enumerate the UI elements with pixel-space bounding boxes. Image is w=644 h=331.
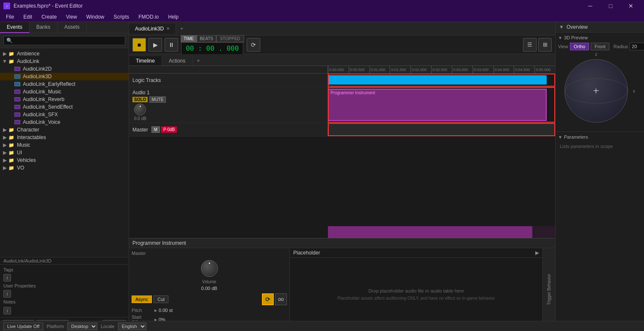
tree-item-character[interactable]: ▶ 📁 Character xyxy=(0,126,129,134)
ruler-tick-7: 0:03.500 xyxy=(473,66,489,74)
play-button[interactable]: ▶ xyxy=(149,38,162,52)
three-d-section: ▼ 3D Preview View Ortho Front Radius 🔒 x… xyxy=(556,33,644,132)
menu-fmodio[interactable]: FMOD.io xyxy=(134,13,163,21)
prog-pitch-play[interactable]: ▶ xyxy=(154,309,157,312)
menu-scripts[interactable]: Scripts xyxy=(110,13,134,21)
locale-label: Locale xyxy=(101,324,114,329)
tree-item-audiolink3d[interactable]: AudioLink3D xyxy=(0,73,129,80)
expand-sendeffect xyxy=(8,104,14,110)
grid-view-button[interactable]: ⊞ xyxy=(538,38,552,52)
prog-dots-btn[interactable]: oo xyxy=(275,293,287,305)
ruler: 0:00.000 0:00.500 0:01.000 0:01.500 0:02… xyxy=(328,66,555,74)
tree-item-ui[interactable]: ▶ 📁 UI xyxy=(0,149,129,156)
status-badge: STOPPED xyxy=(216,35,244,42)
ruler-tick-1: 0:00.500 xyxy=(349,66,365,74)
platform-dropdown[interactable]: Desktop xyxy=(67,323,97,330)
ruler-tick-5: 0:02.500 xyxy=(431,66,447,74)
tree-item-audiolink-sendeffect[interactable]: AudioLink_SendEffect xyxy=(0,103,129,111)
tab-events[interactable]: Events xyxy=(0,22,30,33)
menu-help[interactable]: Help xyxy=(164,13,183,21)
close-button[interactable]: ✕ xyxy=(621,0,641,12)
tab-add[interactable]: + xyxy=(193,56,204,66)
maximize-button[interactable]: □ xyxy=(601,0,620,12)
prog-loop-btn[interactable]: ⟳ xyxy=(262,293,274,305)
tab-assets[interactable]: Assets xyxy=(58,22,87,33)
editor-tab-close[interactable]: ✕ xyxy=(166,26,170,31)
prog-header-title: Programmer Instrument xyxy=(132,240,186,246)
prog-cut-btn[interactable]: Cut xyxy=(154,295,168,303)
programmer-instrument-block[interactable]: Programmer Instrument xyxy=(328,89,547,121)
tree-item-audiolink-reverb[interactable]: AudioLink_Reverb xyxy=(0,96,129,103)
tree-item-interactables[interactable]: ▶ 📁 Interactables xyxy=(0,134,129,141)
tree-item-ambience[interactable]: ▶ 📁 Ambience xyxy=(0,50,129,57)
menu-view[interactable]: View xyxy=(62,13,81,21)
menu-file[interactable]: File xyxy=(2,13,18,21)
event-icon-music xyxy=(14,89,21,95)
stop-button[interactable]: ■ xyxy=(132,38,146,52)
position-marker xyxy=(328,123,329,136)
prog-placeholder-area[interactable]: Drop placeholder audio file or audio tab… xyxy=(290,258,542,331)
audio1-mute-btn[interactable]: MUTE xyxy=(149,96,165,103)
tab-timeline[interactable]: Timeline xyxy=(129,56,162,66)
audio1-buttons: SOLO MUTE xyxy=(132,96,166,103)
prog-volume-knob[interactable] xyxy=(201,260,218,277)
view-front-btn[interactable]: Front xyxy=(591,43,609,50)
titlebar: ♪ Examples.fspro* - Event Editor ─ □ ✕ xyxy=(0,0,644,12)
search-input[interactable] xyxy=(3,36,125,45)
minimize-button[interactable]: ─ xyxy=(581,0,600,12)
main-layout: Events Banks Assets ▶ 📁 Ambience ▼ 📁 Aud… xyxy=(0,22,644,331)
timeline-section: Timeline Actions + 0:00.000 0:00.500 0:0… xyxy=(129,54,555,331)
radius-input[interactable] xyxy=(630,43,644,50)
tree-item-audiolink[interactable]: ▼ 📁 AudioLink xyxy=(0,57,129,65)
beats-label-btn[interactable]: BEATS xyxy=(197,35,216,42)
loop-button[interactable]: ⟳ xyxy=(247,38,260,52)
expand-character: ▶ xyxy=(2,127,8,133)
master-m-btn[interactable]: M xyxy=(151,126,160,133)
audio1-solo-btn[interactable]: SOLO xyxy=(132,97,148,102)
view-ortho-btn[interactable]: Ortho xyxy=(570,43,589,50)
master-p-btn[interactable]: P·0dB xyxy=(161,126,177,133)
tree-label-ambience: Ambience xyxy=(17,51,39,57)
params-triangle: ▼ xyxy=(558,135,562,140)
tree-item-vo[interactable]: ▶ 📁 VO xyxy=(0,164,129,172)
transport-bar: ■ ▶ ⏸ TIME BEATS STOPPED 00 : 00 . 000 ⟳… xyxy=(129,36,555,54)
pause-button[interactable]: ⏸ xyxy=(165,38,178,52)
live-update-btn[interactable]: Live Update Off xyxy=(3,323,43,330)
menu-edit[interactable]: Edit xyxy=(19,13,36,21)
time-labels: TIME BEATS STOPPED xyxy=(181,35,244,42)
tree-item-music-folder[interactable]: ▶ 📁 Music xyxy=(0,141,129,149)
z-axis-label: z xyxy=(595,52,597,57)
master-content[interactable] xyxy=(328,123,555,136)
tab-actions[interactable]: Actions xyxy=(162,56,193,66)
audio1-knob-area: 0.0 dB xyxy=(134,104,146,121)
editor-tab-audiolink3d[interactable]: AudioLink3D ✕ xyxy=(129,24,176,34)
tab-banks[interactable]: Banks xyxy=(30,22,58,33)
audio1-content[interactable]: Programmer Instrument xyxy=(328,87,555,123)
tags-info-btn[interactable]: i xyxy=(3,274,11,282)
audio1-volume-knob[interactable] xyxy=(134,104,146,115)
tree-item-audiolink-earlyreflect[interactable]: AudioLink_EarlyReflect xyxy=(0,80,129,88)
notes-info-btn[interactable]: i xyxy=(3,307,11,315)
three-d-label: 3D Preview xyxy=(564,35,588,40)
list-view-button[interactable]: ☰ xyxy=(523,38,537,52)
notes-label: Notes xyxy=(3,299,125,304)
menu-window[interactable]: Window xyxy=(82,13,109,21)
mini-timeline-inner xyxy=(328,226,532,238)
tree-item-audiolink-sfx[interactable]: AudioLink_SFX xyxy=(0,111,129,118)
prog-placeholder-play-btn[interactable]: ▶ xyxy=(535,250,539,256)
3d-sphere[interactable]: x z xyxy=(564,59,628,123)
menu-create[interactable]: Create xyxy=(37,13,61,21)
time-label-btn[interactable]: TIME xyxy=(181,35,197,42)
prog-content: Master Volume 0.00 dB Async xyxy=(129,248,555,331)
locale-dropdown[interactable]: English xyxy=(118,323,146,330)
tree-item-audiolink-music[interactable]: AudioLink_Music xyxy=(0,88,129,96)
prog-async-btn[interactable]: Async xyxy=(132,295,152,303)
tree-item-audiolink-voice[interactable]: AudioLink_Voice xyxy=(0,118,129,126)
mini-timeline[interactable] xyxy=(328,226,555,238)
user-props-info-btn[interactable]: i xyxy=(3,290,11,298)
tree-label-earlyreflect: AudioLink_EarlyReflect xyxy=(23,81,75,87)
editor-tab-add[interactable]: + xyxy=(176,24,187,34)
tree-item-vehicles[interactable]: ▶ 📁 Vehicles xyxy=(0,156,129,164)
logic-tracks-content[interactable] xyxy=(328,74,555,87)
tree-item-audiolink2d[interactable]: AudioLink2D xyxy=(0,65,129,73)
